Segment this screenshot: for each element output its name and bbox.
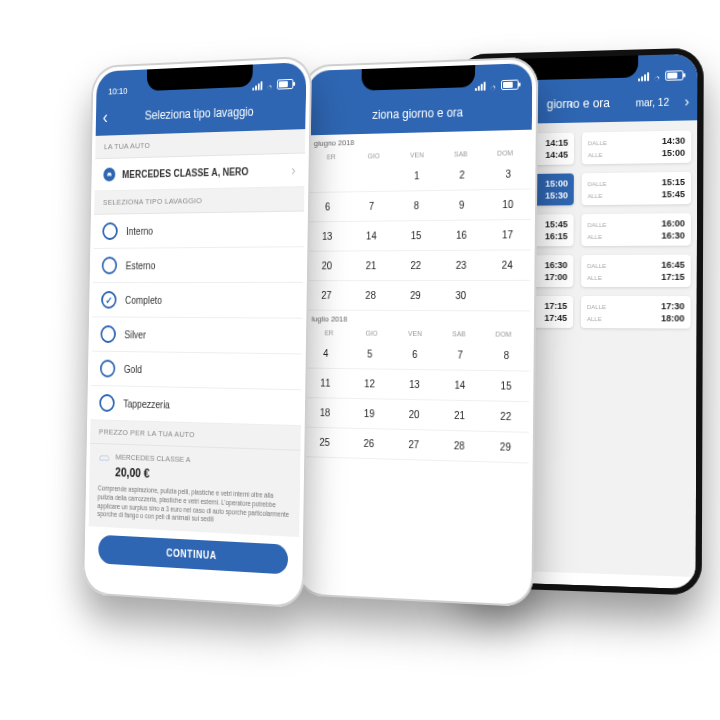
time-slot[interactable]: DALLE14:30ALLE15:00	[582, 130, 691, 164]
chevron-right-icon: ›	[291, 162, 296, 178]
calendar-day[interactable]: 27	[304, 281, 348, 311]
calendar-day[interactable]: 15	[393, 221, 438, 251]
radio-checked-icon	[101, 291, 117, 309]
wash-option-label: Completo	[125, 294, 162, 305]
clock: 10:10	[108, 86, 127, 97]
calendar-day[interactable]: 9	[439, 190, 485, 221]
calendar-day[interactable]: 13	[392, 370, 437, 401]
calendar-day[interactable]: 15	[483, 371, 530, 402]
weekday-label: VEN	[395, 151, 439, 159]
calendar-day[interactable]: 21	[349, 251, 394, 281]
back-button[interactable]: ‹	[103, 108, 108, 126]
calendar-day[interactable]: 11	[303, 369, 347, 399]
calendar-day[interactable]: 3	[485, 159, 532, 190]
calendar-day[interactable]: 24	[484, 250, 531, 281]
from-time: 15:00	[545, 178, 568, 188]
weekday-label: DOM	[483, 149, 528, 157]
from-time: 15:45	[545, 219, 568, 229]
weekday-label: SAB	[437, 330, 481, 337]
calendar-day[interactable]: 20	[305, 251, 349, 281]
wash-option[interactable]: Completo	[92, 283, 303, 319]
calendar-day[interactable]: 8	[394, 191, 439, 221]
from-time: 14:30	[662, 136, 685, 146]
calendar-day[interactable]: 20	[391, 400, 437, 431]
calendar-day[interactable]: 6	[306, 192, 350, 222]
from-time: 17:30	[661, 301, 684, 311]
to-time: 17:15	[661, 272, 684, 282]
prev-day-button[interactable]: ‹	[569, 96, 574, 112]
calendar-day[interactable]: 8	[483, 341, 530, 372]
time-slot[interactable]: DALLE17:30ALLE18:00	[581, 296, 691, 329]
navbar-title: Seleziona tipo lavaggio	[145, 105, 254, 123]
calendar-day[interactable]: 1	[394, 161, 439, 192]
from-label: DALLE	[587, 263, 606, 269]
time-slot[interactable]: DALLE16:45ALLE17:15	[581, 255, 691, 287]
continue-button[interactable]: CONTINUA	[98, 535, 288, 575]
calendar-day[interactable]: 10	[485, 189, 532, 220]
car-icon	[103, 168, 115, 182]
calendar-day[interactable]: 29	[482, 432, 529, 464]
navbar: ziona giorno e ora	[307, 91, 533, 135]
from-label: DALLE	[587, 222, 606, 228]
calendar-day[interactable]: 28	[436, 431, 482, 463]
from-time: 16:00	[661, 218, 684, 228]
weekday-label: GIO	[350, 330, 393, 337]
calendar-day[interactable]: 7	[349, 192, 394, 222]
calendar-day[interactable]: 29	[393, 281, 438, 311]
radio-icon	[100, 360, 116, 378]
to-time: 17:45	[544, 313, 567, 323]
from-time: 17:15	[544, 301, 567, 311]
month-label: luglio 2018	[304, 311, 530, 325]
to-time: 18:00	[661, 313, 684, 323]
calendar-day[interactable]: 27	[391, 430, 437, 461]
calendar-day[interactable]: 26	[346, 429, 391, 460]
calendar-day[interactable]: 14	[349, 221, 394, 251]
next-day-button[interactable]: ›	[685, 93, 690, 109]
weekday-label: VEN	[393, 330, 437, 337]
calendar-day[interactable]: 23	[438, 251, 484, 281]
your-car-row[interactable]: MERCEDES CLASSE A, NERO ›	[95, 153, 305, 191]
to-time: 16:30	[661, 230, 684, 240]
calendar-day[interactable]: 12	[347, 369, 392, 400]
calendar-day[interactable]: 22	[482, 401, 529, 433]
calendar-day[interactable]: 22	[393, 251, 438, 281]
time-slot[interactable]: DALLE15:15ALLE15:45	[582, 172, 692, 205]
calendar-day[interactable]: 6	[392, 340, 437, 371]
calendar-day[interactable]: 2	[439, 160, 485, 191]
section-wash-type: SELEZIONA TIPO LAVAGGIO	[94, 187, 304, 215]
calendar-day	[350, 162, 395, 192]
calendar-day[interactable]: 17	[484, 220, 531, 251]
calendar-day[interactable]: 7	[437, 340, 483, 371]
wash-option[interactable]: Gold	[91, 352, 302, 391]
to-time: 14:45	[545, 150, 568, 160]
to-label: ALLE	[587, 234, 602, 240]
time-slot[interactable]: DALLE16:00ALLE16:30	[581, 213, 691, 246]
wifi-icon	[488, 82, 498, 90]
wash-option[interactable]: Interno	[94, 212, 305, 249]
calendar-day[interactable]: 5	[348, 339, 393, 369]
selected-date[interactable]: mar, 12	[636, 96, 670, 108]
calendar-day[interactable]: 30	[438, 281, 484, 311]
calendar-day[interactable]: 25	[303, 428, 347, 459]
weekday-label: GIO	[352, 152, 395, 160]
wifi-icon	[652, 73, 662, 81]
wash-option-label: Gold	[124, 363, 142, 374]
to-time: 15:30	[545, 190, 568, 200]
calendar-day[interactable]: 21	[437, 400, 483, 431]
signal-icon	[252, 81, 262, 90]
calendar-day[interactable]: 28	[348, 281, 393, 311]
radio-icon	[102, 257, 118, 275]
to-time: 17:00	[545, 272, 568, 282]
calendar-day[interactable]: 18	[303, 398, 347, 429]
calendar-day[interactable]: 16	[438, 220, 484, 251]
phone-wash-select: 10:10 ‹ Seleziona tipo lavaggio LA TUA A…	[82, 56, 312, 609]
calendar-day[interactable]: 4	[304, 339, 348, 369]
wash-option-label: Silver	[124, 329, 146, 340]
calendar-day[interactable]: 13	[305, 222, 349, 252]
calendar-day[interactable]: 14	[437, 370, 483, 401]
wash-option[interactable]: Silver	[92, 317, 303, 354]
battery-icon	[277, 79, 294, 90]
calendar-day	[306, 163, 350, 193]
wash-option[interactable]: Esterno	[93, 247, 304, 283]
calendar-day[interactable]: 19	[347, 399, 392, 430]
